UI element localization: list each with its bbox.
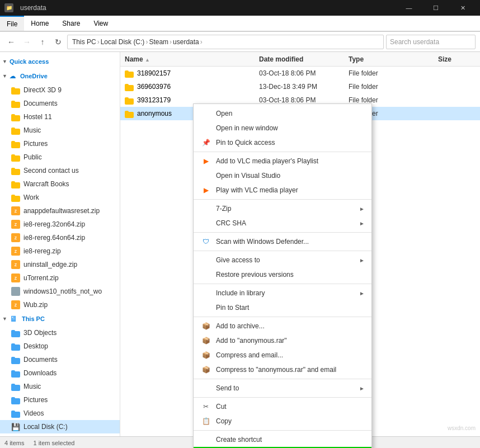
ctx-separator xyxy=(194,199,371,200)
sendto-icon xyxy=(200,384,211,393)
ctx-add-archive[interactable]: 📦 Add to archive... xyxy=(194,319,371,333)
pin-icon: 📌 xyxy=(200,138,211,147)
ctx-separator xyxy=(194,379,371,379)
ctx-item-label: Add to archive... xyxy=(216,322,365,330)
vlc-icon: ▶ xyxy=(200,157,211,166)
restore-icon xyxy=(200,270,211,279)
ctx-compress-email[interactable]: 📦 Compress and email... xyxy=(194,348,371,362)
submenu-arrow-icon: ► xyxy=(359,257,365,263)
ctx-give-access[interactable]: Give access to ► xyxy=(194,253,371,267)
ctx-separator xyxy=(194,251,371,251)
ctx-item-label: Restore previous versions xyxy=(216,271,365,279)
ctx-vlc-playlist[interactable]: ▶ Add to VLC media player's Playlist xyxy=(194,154,371,168)
ctx-item-label: Pin to Start xyxy=(216,304,365,312)
ctx-separator xyxy=(194,397,371,398)
ctx-create-shortcut[interactable]: Create shortcut xyxy=(194,432,371,447)
ctx-item-label: 7-Zip xyxy=(216,205,355,213)
ctx-item-label: Compress and email... xyxy=(216,351,365,359)
ctx-item-label: Scan with Windows Defender... xyxy=(216,238,365,246)
window-icon xyxy=(200,124,211,133)
share-icon xyxy=(200,256,211,265)
archive-icon: 📦 xyxy=(200,351,211,360)
vlc-icon: ▶ xyxy=(200,186,211,195)
7zip-icon xyxy=(200,204,211,213)
shortcut-icon xyxy=(200,435,211,444)
defender-icon: 🛡 xyxy=(200,237,211,246)
copy-icon: 📋 xyxy=(200,417,211,426)
open-icon xyxy=(200,109,211,118)
ctx-item-label: Play with VLC media player xyxy=(216,186,365,194)
submenu-arrow-icon: ► xyxy=(359,290,365,296)
ctx-add-rar[interactable]: 📦 Add to "anonymous.rar" xyxy=(194,333,371,348)
ctx-open-vs[interactable]: Open in Visual Studio xyxy=(194,168,371,183)
ctx-item-label: Pin to Quick access xyxy=(216,139,365,147)
submenu-arrow-icon: ► xyxy=(359,220,365,227)
context-menu-overlay: Open Open in new window 📌 Pin to Quick a… xyxy=(0,0,480,448)
ctx-pin-quick[interactable]: 📌 Pin to Quick access xyxy=(194,135,371,150)
ctx-item-label: Give access to xyxy=(216,256,355,264)
ctx-item-label: Compress to "anonymous.rar" and email xyxy=(216,366,365,374)
archive-icon: 📦 xyxy=(200,365,211,374)
ctx-item-label: Send to xyxy=(216,384,355,392)
ctx-crcsha[interactable]: CRC SHA ► xyxy=(194,216,371,230)
ctx-pin-start[interactable]: Pin to Start xyxy=(194,300,371,315)
ctx-separator xyxy=(194,317,371,317)
ctx-item-label: Add to "anonymous.rar" xyxy=(216,337,365,345)
ctx-7zip[interactable]: 7-Zip ► xyxy=(194,201,371,216)
ctx-item-label: Cut xyxy=(216,403,365,411)
submenu-arrow-icon: ► xyxy=(359,206,365,212)
ctx-open[interactable]: Open xyxy=(194,106,371,121)
cut-icon: ✂ xyxy=(200,402,211,411)
ctx-item-label: Open in new window xyxy=(216,124,365,132)
start-pin-icon xyxy=(200,303,211,312)
ctx-item-label: Create shortcut xyxy=(216,436,365,444)
vs-icon xyxy=(200,171,211,180)
ctx-separator xyxy=(194,152,371,152)
ctx-item-label: Open xyxy=(216,110,365,117)
ctx-copy[interactable]: 📋 Copy xyxy=(194,414,371,428)
library-icon xyxy=(200,289,211,298)
ctx-separator xyxy=(194,284,371,284)
archive-icon: 📦 xyxy=(200,322,211,331)
crc-icon xyxy=(200,219,211,228)
ctx-open-new-window[interactable]: Open in new window xyxy=(194,121,371,135)
ctx-restore-versions[interactable]: Restore previous versions xyxy=(194,267,371,282)
ctx-item-label: Open in Visual Studio xyxy=(216,172,365,180)
archive-icon: 📦 xyxy=(200,336,211,345)
submenu-arrow-icon: ► xyxy=(359,385,365,392)
ctx-item-label: Add to VLC media player's Playlist xyxy=(216,157,365,165)
ctx-item-label: Copy xyxy=(216,417,365,425)
ctx-compress-rar-email[interactable]: 📦 Compress to "anonymous.rar" and email xyxy=(194,362,371,377)
ctx-separator xyxy=(194,430,371,431)
ctx-separator xyxy=(194,232,371,233)
context-menu: Open Open in new window 📌 Pin to Quick a… xyxy=(193,103,372,448)
ctx-cut[interactable]: ✂ Cut xyxy=(194,399,371,414)
ctx-include-library[interactable]: Include in library ► xyxy=(194,286,371,300)
ctx-vlc-play[interactable]: ▶ Play with VLC media player xyxy=(194,183,371,197)
ctx-item-label: CRC SHA xyxy=(216,219,355,227)
ctx-send-to[interactable]: Send to ► xyxy=(194,381,371,395)
ctx-item-label: Include in library xyxy=(216,289,355,297)
ctx-defender[interactable]: 🛡 Scan with Windows Defender... xyxy=(194,234,371,249)
